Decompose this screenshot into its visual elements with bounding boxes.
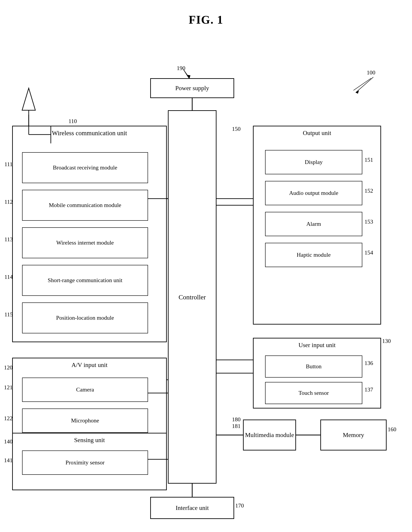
svg-marker-30 — [187, 75, 190, 78]
ref-121: 121 — [4, 384, 13, 391]
ref-154: 154 — [365, 249, 373, 256]
ref-190: 190 — [177, 65, 185, 72]
mobile-comm-box: Mobile communication module — [22, 190, 148, 221]
touch-sensor-box: Touch sensor — [265, 382, 362, 404]
ref-113: 113 — [4, 236, 13, 243]
camera-box: Camera — [22, 378, 148, 402]
svg-marker-28 — [356, 90, 359, 94]
broadcast-receiving-box: Broadcast receiving module — [22, 152, 148, 183]
svg-line-11 — [354, 78, 371, 90]
haptic-box: Haptic module — [265, 243, 362, 267]
ref-141: 141 — [4, 457, 13, 464]
ref-111: 111 — [4, 161, 13, 168]
ref-153: 153 — [365, 218, 373, 225]
page-title: FIG. 1 — [0, 0, 412, 26]
ref-180: 180 — [232, 416, 241, 423]
ref-122: 122 — [4, 415, 13, 422]
button-box: Button — [265, 355, 362, 378]
power-supply-box: Power supply — [150, 78, 234, 98]
display-box: Display — [265, 150, 362, 174]
interface-box: Interface unit — [150, 497, 234, 519]
ref-181: 181 — [232, 423, 241, 429]
svg-marker-13 — [22, 88, 35, 110]
short-range-box: Short-range communication unit — [22, 265, 148, 296]
audio-output-box: Audio output module — [265, 181, 362, 205]
memory-box: Memory — [320, 419, 387, 450]
ref-140: 140 — [4, 438, 13, 445]
controller-box: Controller — [168, 110, 216, 484]
multimedia-box: Multimedia module — [243, 419, 296, 450]
ref-110: 110 — [68, 118, 77, 125]
ref-152: 152 — [365, 188, 373, 194]
ref-170: 170 — [235, 502, 244, 509]
ref-151: 151 — [365, 157, 373, 163]
wireless-internet-box: Wireless internet module — [22, 227, 148, 258]
ref-130: 130 — [382, 338, 391, 344]
ref-112: 112 — [4, 199, 13, 205]
proximity-sensor-box: Proximity sensor — [22, 450, 148, 475]
ref-137: 137 — [365, 386, 373, 393]
svg-line-27 — [356, 77, 373, 93]
position-location-box: Position-location module — [22, 303, 148, 333]
microphone-box: Microphone — [22, 408, 148, 433]
ref-120: 120 — [4, 364, 13, 371]
ref-115: 115 — [4, 311, 13, 318]
ref-160: 160 — [388, 426, 396, 433]
ref-114: 114 — [4, 274, 13, 280]
antenna-icon — [18, 84, 40, 124]
ref-136: 136 — [365, 360, 373, 367]
ref-150: 150 — [232, 126, 241, 132]
alarm-box: Alarm — [265, 212, 362, 236]
ref-100: 100 — [367, 69, 375, 76]
